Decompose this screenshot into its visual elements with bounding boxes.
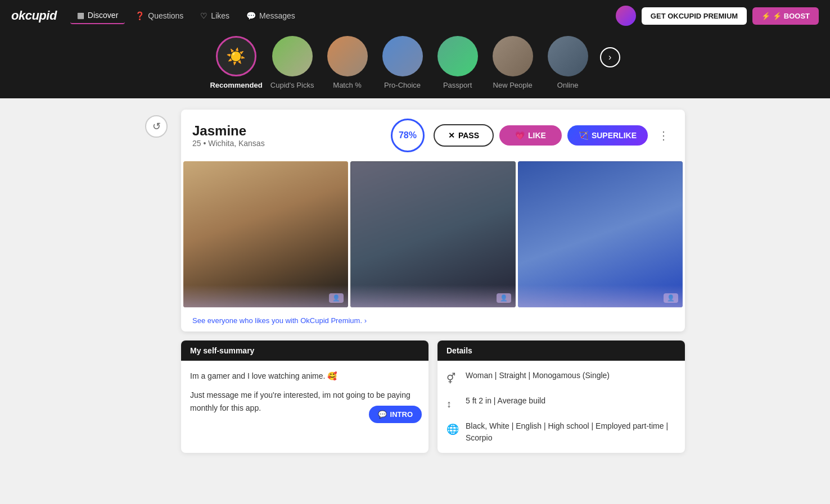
like-label: LIKE [528, 131, 546, 140]
cat-recommended-label: Recommended [210, 81, 262, 89]
cat-new-people[interactable]: New People [488, 36, 538, 89]
intro-button[interactable]: 💬 INTRO [369, 406, 422, 423]
profile-sub: 25 • Wichita, Kansas [192, 139, 382, 148]
nav-questions-label: Questions [148, 11, 183, 20]
superlike-button[interactable]: 🏹 SUPERLIKE [567, 125, 648, 146]
match-percent: 78% [399, 130, 417, 140]
photo-3[interactable]: 👤 [518, 161, 683, 307]
main-content: ↺ Jasmine 25 • Wichita, Kansas 78% [134, 98, 696, 464]
nav-discover[interactable]: ▦ Discover [70, 7, 125, 24]
self-summary-line1: Im a gamer and I love watching anime. 🥰 [190, 370, 419, 382]
detail-row-2: 🌐 Black, White | English | High school |… [446, 420, 676, 444]
self-summary-body: Im a gamer and I love watching anime. 🥰 … [181, 361, 428, 430]
like-heart-icon: 💗 [515, 131, 525, 140]
new-people-thumb [493, 36, 533, 76]
pro-choice-thumb [382, 36, 423, 76]
self-summary-card: My self-summary Im a gamer and I love wa… [181, 340, 428, 453]
cat-passport[interactable]: Passport [432, 36, 483, 89]
details-header: Details [437, 340, 685, 361]
profile-area: Jasmine 25 • Wichita, Kansas 78% ✕ [181, 110, 685, 453]
height-icon: ↕ [446, 396, 459, 412]
logo: okcupid [11, 8, 57, 23]
cat-passport-label: Passport [443, 81, 472, 89]
cat-online[interactable]: Online [543, 36, 593, 89]
globe-icon: 🌐 [446, 421, 459, 438]
pass-x-icon: ✕ [448, 131, 455, 140]
profile-header: Jasmine 25 • Wichita, Kansas 78% ✕ [181, 110, 685, 161]
nav-questions[interactable]: ❓ Questions [128, 7, 190, 24]
cat-match[interactable]: Match % [322, 36, 373, 89]
cat-online-label: Online [557, 81, 579, 89]
nav-items: ▦ Discover ❓ Questions ♡ Likes 💬 Message… [70, 7, 602, 24]
pass-button[interactable]: ✕ PASS [434, 124, 494, 147]
details-card: Details ⚥ Woman | Straight | Monogamous … [437, 340, 685, 453]
cat-pro-choice-label: Pro-Choice [384, 81, 421, 89]
boost-button[interactable]: ⚡ ⚡ BOOST [752, 7, 819, 25]
nav-likes[interactable]: ♡ Likes [193, 7, 236, 24]
detail-row-1: ↕ 5 ft 2 in | Average build [446, 395, 676, 412]
undo-button[interactable]: ↺ [145, 115, 168, 138]
details-list: ⚥ Woman | Straight | Monogamous (Single)… [446, 370, 676, 444]
profile-row: ↺ Jasmine 25 • Wichita, Kansas 78% [145, 110, 685, 453]
intro-icon: 💬 [378, 410, 387, 419]
photo-1[interactable]: 👤 [183, 161, 348, 307]
profile-card: Jasmine 25 • Wichita, Kansas 78% ✕ [181, 110, 685, 332]
premium-prompt[interactable]: See everyone who likes you with OkCupid … [181, 310, 685, 332]
photos-grid: 👤 👤 👤 [181, 161, 685, 310]
photo-2[interactable]: 👤 [350, 161, 515, 307]
sections-row: My self-summary Im a gamer and I love wa… [181, 340, 685, 453]
nav-likes-label: Likes [211, 11, 229, 20]
cat-new-people-label: New People [493, 81, 533, 89]
avatar[interactable] [616, 6, 636, 26]
online-thumb [548, 36, 588, 76]
next-button[interactable]: › [600, 47, 620, 67]
superlike-label: SUPERLIKE [592, 131, 637, 140]
discover-icon: ▦ [77, 11, 84, 20]
boost-label: ⚡ BOOST [773, 12, 810, 20]
likes-icon: ♡ [200, 11, 208, 20]
like-button[interactable]: 💗 LIKE [499, 125, 562, 146]
action-buttons: ✕ PASS 💗 LIKE 🏹 SUPERLIKE ⋮ [434, 124, 674, 147]
pass-label: PASS [458, 131, 479, 140]
details-body: ⚥ Woman | Straight | Monogamous (Single)… [437, 361, 685, 453]
profile-info: Jasmine 25 • Wichita, Kansas [192, 123, 382, 148]
cat-recommended[interactable]: ☀️ Recommended [210, 36, 262, 89]
cat-pro-choice[interactable]: Pro-Choice [377, 36, 428, 89]
boost-icon: ⚡ [761, 12, 770, 20]
superlike-icon: 🏹 [579, 131, 588, 140]
profile-location-sep: • [203, 139, 208, 148]
profile-name: Jasmine [192, 123, 382, 139]
detail-row-0: ⚥ Woman | Straight | Monogamous (Single) [446, 370, 676, 387]
photo-1-badge: 👤 [329, 293, 344, 303]
gender-icon: ⚥ [446, 371, 459, 387]
self-summary-header: My self-summary [181, 340, 428, 361]
category-items: ☀️ Recommended Cupid's Picks Match % Pro… [210, 36, 593, 89]
questions-icon: ❓ [135, 11, 145, 20]
profile-location: Wichita, Kansas [208, 139, 264, 148]
match-circle: 78% [391, 119, 425, 152]
cat-cupids-picks-label: Cupid's Picks [270, 81, 314, 89]
category-bar: ☀️ Recommended Cupid's Picks Match % Pro… [0, 31, 830, 98]
cat-cupids-picks[interactable]: Cupid's Picks [267, 36, 318, 89]
nav-messages[interactable]: 💬 Messages [240, 7, 302, 24]
match-thumb [327, 36, 368, 76]
cupids-picks-thumb [272, 36, 313, 76]
premium-button[interactable]: GET OKCUPID PREMIUM [642, 7, 747, 25]
profile-age: 25 [192, 139, 201, 148]
passport-thumb [437, 36, 478, 76]
detail-text-0: Woman | Straight | Monogamous (Single) [466, 370, 610, 382]
nav-messages-label: Messages [259, 11, 295, 20]
detail-text-2: Black, White | English | High school | E… [466, 420, 676, 444]
nav-discover-label: Discover [88, 11, 118, 20]
photo-3-badge: 👤 [664, 293, 678, 303]
photo-2-badge: 👤 [497, 293, 511, 303]
intro-label: INTRO [390, 410, 413, 419]
navbar: okcupid ▦ Discover ❓ Questions ♡ Likes 💬… [0, 0, 830, 31]
nav-right: GET OKCUPID PREMIUM ⚡ ⚡ BOOST [616, 6, 819, 26]
recommended-thumb: ☀️ [216, 36, 256, 76]
sun-icon: ☀️ [226, 47, 246, 66]
messages-icon: 💬 [246, 11, 256, 20]
detail-text-1: 5 ft 2 in | Average build [466, 395, 545, 407]
cat-match-label: Match % [333, 81, 362, 89]
more-options-button[interactable]: ⋮ [653, 126, 674, 144]
